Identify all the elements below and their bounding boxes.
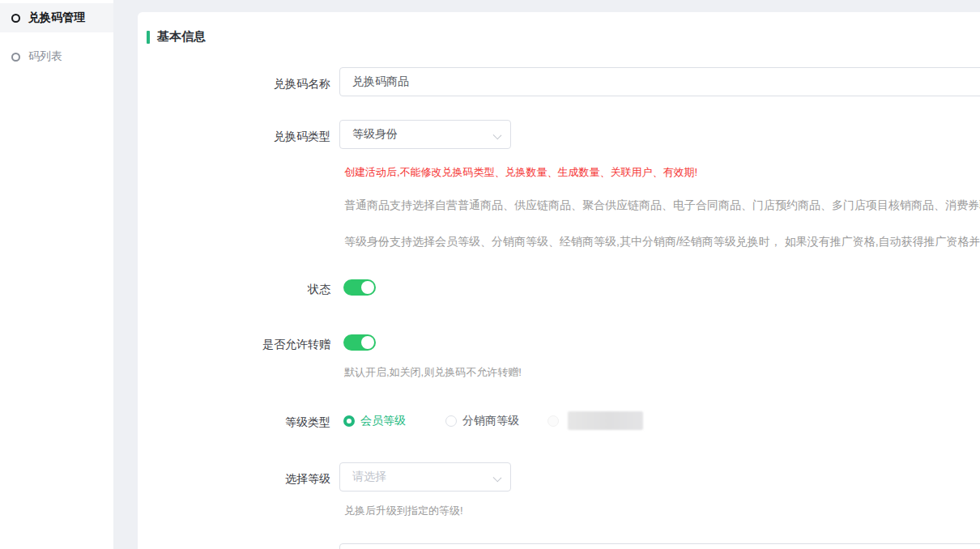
chevron-down-icon xyxy=(493,131,502,140)
radio-label: 分销商等级 xyxy=(462,414,519,428)
content-card: 基本信息 兑换码名称 兑换码类型 等级身份 创建活动后,不能修改兑换码类型、兑换… xyxy=(138,12,980,549)
next-field-input-partial[interactable] xyxy=(339,543,980,549)
radio-redacted-option[interactable] xyxy=(548,411,643,430)
allow-transfer-toggle[interactable] xyxy=(343,334,376,351)
status-toggle[interactable] xyxy=(343,279,376,296)
sidebar-item-redeem-code-management[interactable]: 兑换码管理 xyxy=(0,3,113,32)
radio-unselected-icon xyxy=(445,415,457,427)
select-placeholder-text: 请选择 xyxy=(352,470,386,484)
redacted-label-block xyxy=(568,411,643,430)
redeem-code-name-input[interactable] xyxy=(339,67,980,96)
chevron-down-icon xyxy=(493,474,502,483)
section-header: 基本信息 xyxy=(147,29,206,45)
normal-goods-tip: 普通商品支持选择自营普通商品、供应链商品、聚合供应链商品、电子合同商品、门店预约… xyxy=(344,198,980,213)
sidebar-item-label: 码列表 xyxy=(28,49,62,64)
redeem-code-type-label: 兑换码类型 xyxy=(185,128,330,144)
radio-label: 会员等级 xyxy=(360,414,406,428)
radio-distributor-level[interactable]: 分销商等级 xyxy=(445,414,519,428)
sidebar-item-code-list[interactable]: 码列表 xyxy=(0,42,113,71)
sidebar: 兑换码管理 码列表 xyxy=(0,0,113,549)
toggle-knob xyxy=(361,281,374,294)
sidebar-item-label: 兑换码管理 xyxy=(28,11,85,25)
select-level-hint: 兑换后升级到指定的等级! xyxy=(344,504,463,518)
redeem-code-name-label: 兑换码名称 xyxy=(185,75,330,92)
select-level-select[interactable]: 请选择 xyxy=(339,462,511,492)
selected-option-text: 等级身份 xyxy=(352,127,398,142)
edit-restriction-warning: 创建活动后,不能修改兑换码类型、兑换数量、生成数量、关联用户、有效期! xyxy=(344,165,697,180)
radio-faint-icon xyxy=(548,415,559,427)
circle-icon xyxy=(11,53,20,62)
radio-member-level[interactable]: 会员等级 xyxy=(343,414,406,428)
allow-transfer-hint: 默认开启,如关闭,则兑换码不允许转赠! xyxy=(344,365,522,380)
radio-selected-icon xyxy=(343,415,355,427)
toggle-knob xyxy=(361,336,374,349)
level-type-radio-group: 会员等级 分销商等级 xyxy=(343,411,643,430)
status-label: 状态 xyxy=(185,281,330,297)
level-type-label: 等级类型 xyxy=(185,414,330,430)
level-identity-tip: 等级身份支持选择会员等级、分销商等级、经销商等级,其中分销商/经销商等级兑换时，… xyxy=(344,235,980,249)
allow-transfer-label: 是否允许转赠 xyxy=(185,336,330,352)
select-level-label: 选择等级 xyxy=(185,470,330,487)
circle-icon xyxy=(11,14,20,23)
redeem-code-type-select[interactable]: 等级身份 xyxy=(339,120,511,149)
section-title: 基本信息 xyxy=(157,29,206,45)
section-accent-bar xyxy=(147,31,150,44)
